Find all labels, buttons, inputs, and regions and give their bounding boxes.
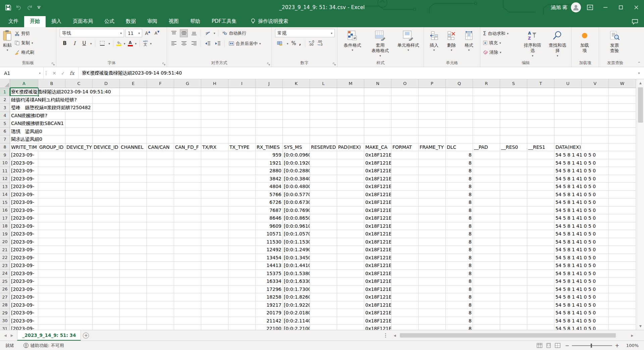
cell[interactable] (446, 104, 473, 112)
row-number-18[interactable]: 18 (0, 222, 10, 230)
cell[interactable] (554, 96, 582, 104)
cell[interactable] (93, 151, 120, 159)
cell[interactable] (310, 286, 337, 294)
column-header-o[interactable]: O (391, 79, 419, 88)
cell[interactable]: 17296 (256, 286, 283, 294)
accessibility-status[interactable]: 辅助功能: 不可用 (23, 343, 64, 349)
cell[interactable]: 12492 (256, 246, 283, 254)
cell[interactable]: [0:0:2.2100 (283, 325, 310, 330)
cell[interactable] (364, 104, 391, 112)
cell[interactable] (473, 112, 500, 120)
cell[interactable] (500, 183, 527, 191)
cell[interactable] (120, 317, 147, 325)
tab-view[interactable]: 视图 (163, 16, 184, 27)
cell[interactable] (120, 88, 147, 96)
cell[interactable] (500, 325, 527, 330)
cell[interactable] (527, 104, 554, 112)
cell[interactable] (473, 286, 500, 294)
cell[interactable]: 22100 (256, 325, 283, 330)
cell[interactable] (65, 262, 93, 270)
cell[interactable] (527, 167, 554, 175)
cell[interactable] (38, 214, 65, 222)
cell[interactable]: 13454 (256, 254, 283, 262)
cell[interactable]: 54 5 8 1 41 0 5 0 (554, 167, 582, 175)
cell[interactable] (38, 207, 65, 215)
cell[interactable]: 54 5 8 1 41 0 5 0 (554, 309, 582, 317)
cell[interactable] (527, 286, 554, 294)
header-cell[interactable]: MAKE_CA (364, 143, 391, 151)
tell-me-search[interactable]: 操作说明搜索 (251, 18, 288, 27)
cell[interactable] (473, 96, 500, 104)
cell[interactable] (38, 246, 65, 254)
cell[interactable]: 8 (446, 325, 473, 330)
invoice-check-button[interactable]: 发票 查验 (600, 28, 629, 59)
cell[interactable]: [2023-09- (10, 191, 38, 199)
orientation-caret[interactable]: ▾ (214, 32, 215, 35)
cell[interactable] (527, 262, 554, 270)
cell[interactable]: 8 (446, 317, 473, 325)
cell[interactable] (609, 143, 636, 151)
cell[interactable] (228, 238, 256, 246)
cell[interactable] (473, 254, 500, 262)
cell[interactable] (310, 88, 337, 96)
cell[interactable] (201, 151, 228, 159)
cell[interactable]: 0x18F121E (364, 199, 391, 207)
cell[interactable] (609, 112, 636, 120)
cell[interactable] (419, 277, 446, 286)
cell[interactable] (147, 214, 174, 222)
cell[interactable] (65, 159, 93, 167)
cell[interactable] (582, 96, 609, 104)
cell[interactable]: [2023-09- (10, 175, 38, 183)
cell[interactable] (228, 112, 256, 120)
cell[interactable] (337, 120, 364, 128)
cell[interactable]: [2023-09- (10, 317, 38, 325)
cell[interactable] (419, 159, 446, 167)
cell[interactable] (391, 167, 419, 175)
cell[interactable] (120, 183, 147, 191)
cell[interactable] (174, 214, 201, 222)
align-bottom-icon[interactable] (190, 29, 198, 37)
cell[interactable] (609, 222, 636, 230)
cell[interactable] (337, 254, 364, 262)
cell[interactable] (120, 286, 147, 294)
cell[interactable] (65, 230, 93, 238)
cell[interactable] (527, 199, 554, 207)
cell[interactable] (473, 88, 500, 96)
cell[interactable]: [0:0:0.5770 (283, 191, 310, 199)
increase-indent-icon[interactable] (214, 40, 222, 48)
cell[interactable] (473, 246, 500, 254)
cell[interactable]: 54 5 8 1 41 0 5 0 (554, 301, 582, 309)
cell[interactable] (120, 262, 147, 270)
cell[interactable] (391, 230, 419, 238)
cell[interactable] (500, 262, 527, 270)
cell[interactable] (120, 112, 147, 120)
cell[interactable] (391, 96, 419, 104)
cell[interactable]: 0x18F121E (364, 293, 391, 301)
cell[interactable] (38, 277, 65, 286)
cell[interactable]: [2023-09- (10, 277, 38, 286)
cell[interactable] (609, 277, 636, 286)
cell[interactable] (38, 262, 65, 270)
cell[interactable] (500, 270, 527, 278)
cell[interactable]: [2023-09- (10, 238, 38, 246)
cell[interactable]: 19217 (256, 301, 283, 309)
cell[interactable] (473, 214, 500, 222)
cell[interactable]: 8 (446, 262, 473, 270)
redo-button[interactable] (26, 5, 33, 10)
cell[interactable]: [0:0:0.0960 (283, 151, 310, 159)
cell[interactable] (391, 128, 419, 136)
cell[interactable] (38, 238, 65, 246)
cell[interactable] (527, 214, 554, 222)
cell[interactable]: 20179 (256, 309, 283, 317)
cell[interactable] (310, 301, 337, 309)
conditional-formatting-button[interactable]: ≠ 条件格式 ▾ (339, 28, 366, 59)
cell[interactable] (419, 286, 446, 294)
cell[interactable]: [0:0:2.0180 (283, 309, 310, 317)
cell[interactable] (310, 325, 337, 330)
cell[interactable] (527, 175, 554, 183)
cell[interactable] (228, 246, 256, 254)
cell[interactable]: 8 (446, 207, 473, 215)
cell[interactable] (120, 214, 147, 222)
cell[interactable] (419, 214, 446, 222)
cell[interactable] (201, 238, 228, 246)
